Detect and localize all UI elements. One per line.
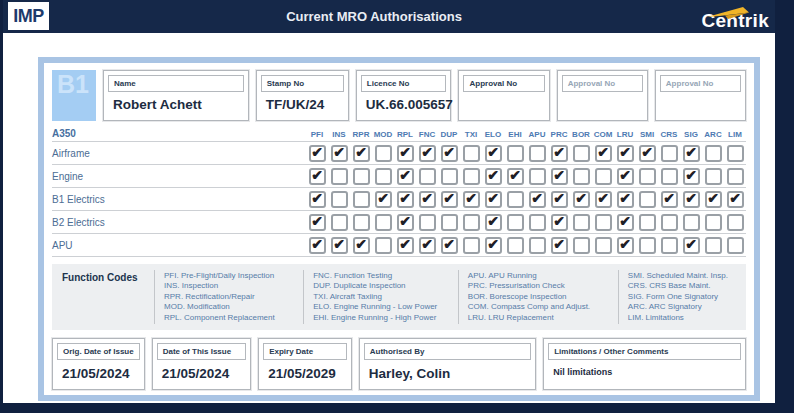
checkbox-unchecked[interactable] [705,237,722,254]
checkbox-unchecked[interactable] [595,237,612,254]
checkbox-checked[interactable]: ✔ [485,237,502,254]
checkbox-unchecked[interactable] [529,214,546,231]
checkbox-unchecked[interactable] [595,168,612,185]
checkbox-checked[interactable]: ✔ [617,214,634,231]
checkbox-checked[interactable]: ✔ [353,237,370,254]
checkbox-checked[interactable]: ✔ [441,145,458,162]
checkbox-unchecked[interactable] [353,191,370,208]
checkbox-checked[interactable]: ✔ [551,168,568,185]
checkbox-checked[interactable]: ✔ [529,191,546,208]
checkbox-unchecked[interactable] [375,145,392,162]
checkbox-checked[interactable]: ✔ [419,237,436,254]
checkbox-unchecked[interactable] [595,214,612,231]
checkbox-checked[interactable]: ✔ [683,145,700,162]
checkbox-checked[interactable]: ✔ [309,237,326,254]
checkbox-checked[interactable]: ✔ [419,145,436,162]
checkbox-checked[interactable]: ✔ [397,191,414,208]
checkbox-unchecked[interactable] [507,237,524,254]
checkbox-checked[interactable]: ✔ [573,191,590,208]
checkbox-unchecked[interactable] [573,237,590,254]
checkbox-checked[interactable]: ✔ [617,168,634,185]
checkbox-checked[interactable]: ✔ [441,237,458,254]
checkbox-checked[interactable]: ✔ [441,191,458,208]
checkbox-unchecked[interactable] [463,214,480,231]
checkbox-unchecked[interactable] [573,168,590,185]
checkbox-unchecked[interactable] [529,145,546,162]
checkbox-unchecked[interactable] [727,145,744,162]
checkbox-unchecked[interactable] [727,168,744,185]
checkbox-unchecked[interactable] [529,237,546,254]
checkbox-unchecked[interactable] [573,145,590,162]
checkbox-unchecked[interactable] [441,168,458,185]
checkbox-checked[interactable]: ✔ [683,191,700,208]
checkbox-unchecked[interactable] [353,168,370,185]
checkbox-checked[interactable]: ✔ [463,191,480,208]
checkbox-checked[interactable]: ✔ [485,214,502,231]
checkbox-unchecked[interactable] [727,214,744,231]
checkbox-unchecked[interactable] [507,214,524,231]
checkbox-unchecked[interactable] [683,214,700,231]
checkbox-unchecked[interactable] [331,214,348,231]
checkbox-unchecked[interactable] [661,168,678,185]
checkbox-unchecked[interactable] [331,191,348,208]
checkbox-unchecked[interactable] [463,145,480,162]
checkbox-unchecked[interactable] [661,214,678,231]
checkbox-checked[interactable]: ✔ [331,237,348,254]
checkbox-checked[interactable]: ✔ [551,191,568,208]
checkbox-unchecked[interactable] [529,168,546,185]
checkbox-checked[interactable]: ✔ [397,237,414,254]
checkbox-checked[interactable]: ✔ [485,145,502,162]
checkbox-unchecked[interactable] [639,237,656,254]
checkbox-checked[interactable]: ✔ [683,168,700,185]
checkbox-checked[interactable]: ✔ [309,214,326,231]
checkbox-checked[interactable]: ✔ [485,168,502,185]
checkbox-unchecked[interactable] [463,237,480,254]
checkbox-checked[interactable]: ✔ [595,145,612,162]
checkbox-unchecked[interactable] [661,237,678,254]
checkbox-unchecked[interactable] [353,214,370,231]
checkbox-checked[interactable]: ✔ [551,237,568,254]
checkbox-unchecked[interactable] [639,191,656,208]
checkbox-unchecked[interactable] [507,191,524,208]
checkbox-unchecked[interactable] [639,214,656,231]
checkbox-unchecked[interactable] [419,168,436,185]
checkbox-unchecked[interactable] [419,214,436,231]
checkbox-checked[interactable]: ✔ [639,145,656,162]
checkbox-unchecked[interactable] [331,168,348,185]
checkbox-checked[interactable]: ✔ [397,214,414,231]
checkbox-unchecked[interactable] [375,237,392,254]
checkbox-unchecked[interactable] [727,237,744,254]
checkbox-checked[interactable]: ✔ [397,145,414,162]
checkbox-checked[interactable]: ✔ [331,145,348,162]
checkbox-unchecked[interactable] [507,145,524,162]
checkbox-checked[interactable]: ✔ [309,168,326,185]
checkbox-checked[interactable]: ✔ [617,191,634,208]
checkbox-checked[interactable]: ✔ [397,168,414,185]
checkbox-checked[interactable]: ✔ [353,145,370,162]
checkbox-unchecked[interactable] [639,168,656,185]
checkbox-checked[interactable]: ✔ [551,145,568,162]
checkbox-unchecked[interactable] [705,168,722,185]
checkbox-unchecked[interactable] [705,214,722,231]
checkbox-checked[interactable]: ✔ [727,191,744,208]
checkbox-unchecked[interactable] [441,214,458,231]
checkbox-unchecked[interactable] [661,145,678,162]
checkbox-checked[interactable]: ✔ [309,191,326,208]
checkbox-unchecked[interactable] [375,168,392,185]
checkbox-checked[interactable]: ✔ [375,191,392,208]
checkbox-unchecked[interactable] [573,214,590,231]
checkbox-checked[interactable]: ✔ [617,237,634,254]
checkbox-checked[interactable]: ✔ [617,145,634,162]
checkbox-checked[interactable]: ✔ [683,237,700,254]
checkbox-checked[interactable]: ✔ [507,168,524,185]
checkbox-unchecked[interactable] [375,214,392,231]
checkbox-checked[interactable]: ✔ [309,145,326,162]
checkbox-unchecked[interactable] [463,168,480,185]
checkbox-checked[interactable]: ✔ [485,191,502,208]
checkbox-checked[interactable]: ✔ [705,191,722,208]
checkbox-unchecked[interactable] [705,145,722,162]
checkbox-checked[interactable]: ✔ [551,214,568,231]
checkbox-checked[interactable]: ✔ [595,191,612,208]
checkbox-checked[interactable]: ✔ [661,191,678,208]
checkbox-checked[interactable]: ✔ [419,191,436,208]
